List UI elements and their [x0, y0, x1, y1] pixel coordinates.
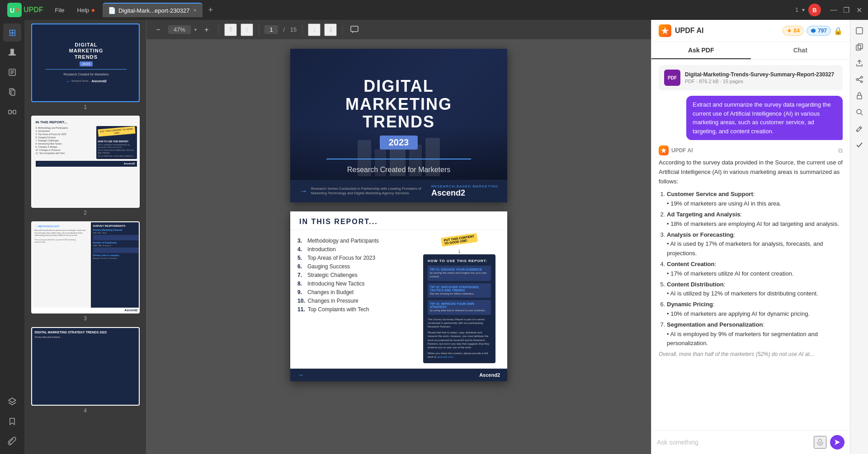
sidebar-icon-tools[interactable] — [3, 103, 21, 121]
thumb-line-1 — [46, 69, 127, 70]
sidebar-icon-layers[interactable] — [3, 393, 21, 411]
svg-line-38 — [859, 127, 861, 129]
topbar: U P UPDF File Help 📄 Digital-Mark...epor… — [0, 0, 868, 20]
blue-credit-badge: 797 — [807, 26, 831, 36]
notes-icon — [8, 68, 17, 77]
ai-lock-button[interactable]: 🔒 — [834, 27, 843, 35]
user-message: Extract and summarize the survey data re… — [686, 96, 843, 140]
thumbnail-page-1[interactable]: DIGITALMARKETINGTRENDS 2023 Research Cre… — [28, 23, 142, 110]
right-edge-panel — [850, 20, 868, 454]
ai-panel-header: UPDF AI 84 797 — [651, 20, 850, 42]
close-button[interactable]: ✕ — [854, 5, 864, 15]
ai-ask-input[interactable] — [657, 439, 810, 446]
sidebar-icon-notes[interactable] — [3, 63, 21, 81]
cover-content: DIGITAL MARKETING TRENDS 2023 Research C… — [317, 68, 480, 183]
thumb-content-2: IN THIS REPORT... 3. Methodology and Par… — [32, 117, 140, 207]
nav-first-button[interactable]: ⇑ — [224, 23, 237, 36]
zoom-in-button[interactable]: + — [200, 23, 213, 36]
file-meta: PDF · 876.2 kB · 15 pages — [685, 79, 837, 84]
copy-response-button[interactable]: ⧉ — [838, 147, 843, 154]
tab-document[interactable]: 📄 Digital-Mark...eport-230327 × — [103, 3, 203, 17]
toc-title: IN THIS REPORT... — [299, 218, 498, 226]
svg-point-31 — [856, 79, 858, 80]
menu-file[interactable]: File — [51, 5, 69, 15]
page-number-input[interactable] — [264, 25, 278, 34]
pdf-page-1: DIGITAL MARKETING TRENDS 2023 Research C… — [290, 49, 507, 202]
sidebar-icon-pages[interactable] — [3, 83, 21, 101]
menu-help[interactable]: Help — [73, 5, 99, 15]
thumb-num-4: 4 — [84, 407, 87, 414]
comment-button[interactable] — [348, 23, 361, 36]
nav-last-button[interactable]: ⇓ — [324, 23, 337, 36]
ai-send-button[interactable] — [830, 435, 844, 449]
tab-chat[interactable]: Chat — [751, 42, 850, 59]
thumbnail-page-3[interactable]: → METHODOLOGY Ascend2 benchmarks the per… — [28, 221, 142, 322]
put-badge: PUT THIS CONTENTTO GOOD USE! — [441, 233, 478, 247]
cover-subtitle: Research Created for Marketers — [347, 166, 451, 174]
tools-icon — [8, 108, 17, 117]
right-edge-export[interactable] — [852, 56, 867, 70]
nav-next-button[interactable]: ↓ — [308, 23, 321, 36]
toc-item-7: 7.Strategic Challenges — [297, 272, 413, 278]
thumbnail-page-2[interactable]: IN THIS REPORT... 3. Methodology and Par… — [28, 116, 142, 216]
toc-item-6: 6.Gauging Success — [297, 263, 413, 270]
ai-logo-icon — [659, 24, 671, 37]
right-edge-share[interactable] — [852, 72, 867, 87]
svg-rect-10 — [11, 90, 15, 95]
zoom-input[interactable] — [168, 25, 191, 34]
ai-list-item-6: Dynamic Pricing:• 10% of marketers are a… — [667, 300, 843, 319]
tab-ask-pdf[interactable]: Ask PDF — [651, 42, 751, 59]
sidebar-icon-paperclip[interactable] — [3, 432, 21, 450]
zoom-out-button[interactable]: − — [152, 23, 165, 36]
sidebar-icons: ⊞ — [0, 20, 24, 454]
ai-panel: UPDF AI 84 797 — [651, 20, 850, 454]
thumb-wrapper-4: DIGITAL MARKETING STRATEGY TRENDS 2023 S… — [31, 327, 140, 406]
right-edge-resize[interactable] — [852, 23, 867, 38]
svg-rect-29 — [858, 44, 863, 49]
thumb-num-1: 1 — [84, 104, 87, 110]
new-tab-button[interactable]: + — [204, 4, 217, 17]
edit-icon — [856, 125, 863, 132]
thumbnail-page-4[interactable]: DIGITAL MARKETING STRATEGY TRENDS 2023 S… — [28, 327, 142, 414]
ai-list-item-3: Analysis or Forecasting:• AI is used by … — [667, 230, 843, 258]
sidebar-icon-bookmark[interactable] — [3, 412, 21, 431]
svg-point-36 — [857, 109, 861, 114]
toolbar-sep-4 — [342, 25, 343, 34]
pdf-toolbar: − ▾ + ⇑ ↑ / 15 ↓ ⇓ — [146, 20, 651, 40]
ai-mic-button[interactable] — [814, 436, 826, 449]
sidebar-icon-highlight[interactable] — [3, 43, 21, 61]
updf-logo[interactable]: U P UPDF — [4, 1, 47, 19]
right-edge-search[interactable] — [852, 105, 867, 119]
right-edge-edit[interactable] — [852, 121, 867, 136]
nav-prev-button[interactable]: ↑ — [241, 23, 253, 36]
pdf-pages: DIGITAL MARKETING TRENDS 2023 Research C… — [146, 40, 651, 454]
tab-area: 📄 Digital-Mark...eport-230327 × + — [103, 3, 445, 17]
ai-star-icon — [661, 27, 669, 35]
svg-line-37 — [861, 113, 863, 115]
orange-credit-count: 84 — [794, 28, 800, 34]
minimize-button[interactable]: — — [828, 5, 839, 15]
right-edge-check[interactable] — [852, 137, 867, 152]
sidebar-icon-grid[interactable]: ⊞ — [3, 23, 21, 42]
page-total-label: 15 — [290, 26, 297, 33]
tab-close-btn[interactable]: × — [192, 6, 197, 14]
tab-label: Digital-Mark...eport-230327 — [118, 7, 190, 14]
toolbar-sep-3 — [302, 25, 302, 34]
ai-response: UPDF AI ⧉ According to the survey data p… — [659, 145, 843, 359]
svg-line-33 — [858, 78, 861, 79]
toc-tip-3: TIP #3: IMPROVE YOUR OWN STRATEGY by usi… — [428, 300, 491, 314]
file-name: Digital-Marketing-Trends-Survey-Summary-… — [685, 71, 837, 79]
thumb-footer-1: → Research Series... Ascend2 — [66, 79, 107, 84]
svg-marker-14 — [9, 398, 16, 403]
maximize-button[interactable]: ❐ — [841, 5, 852, 15]
zoom-dropdown-arrow[interactable]: ▾ — [194, 27, 197, 32]
right-edge-copy[interactable] — [852, 40, 867, 54]
user-avatar[interactable]: B — [808, 4, 821, 16]
ai-response-label: UPDF AI — [671, 147, 693, 154]
svg-rect-4 — [10, 49, 14, 55]
ai-list-item-1: Customer Service and Support:• 19% of ma… — [667, 190, 843, 209]
topbar-right: 1 ▾ B — ❐ ✕ — [795, 4, 864, 16]
right-edge-lock[interactable] — [852, 89, 867, 103]
thumb-num-3: 3 — [84, 315, 87, 322]
ai-truncated-text: Overall, more than half of the marketers… — [659, 350, 843, 359]
